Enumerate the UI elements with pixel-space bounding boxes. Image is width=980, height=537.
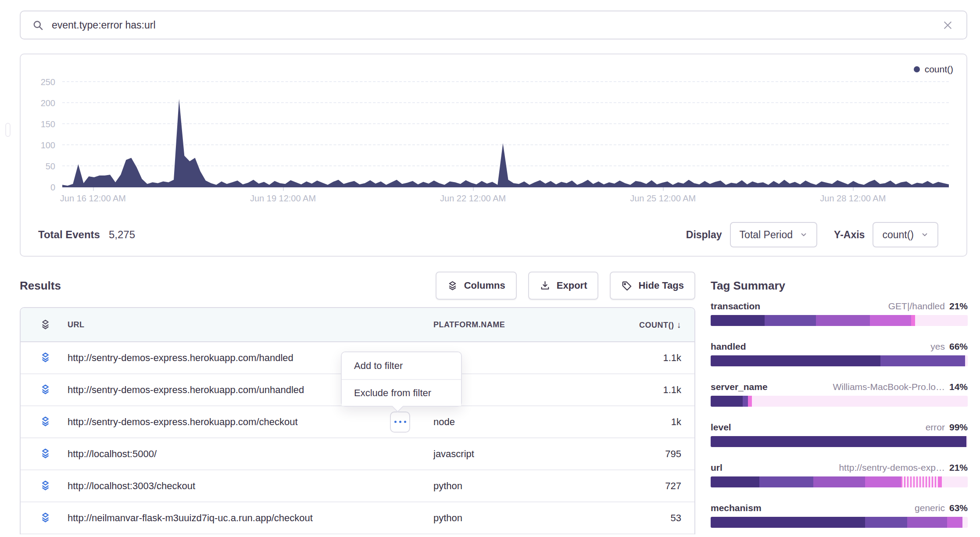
menu-item-exclude-from-filter[interactable]: Exclude from filter xyxy=(342,379,461,406)
discover-results-page: count() 050100150200250Jun 16 12:00 AMJu… xyxy=(0,0,980,537)
platform-cell[interactable]: python xyxy=(433,480,620,492)
chevron-down-icon xyxy=(921,231,929,239)
tag-distribution-bar[interactable] xyxy=(711,315,968,326)
tag-icon xyxy=(621,280,632,291)
yaxis-dropdown[interactable]: count() xyxy=(873,222,938,247)
cell-actions-button[interactable] xyxy=(390,412,410,433)
tag-key: server_name xyxy=(711,381,768,393)
export-button[interactable]: Export xyxy=(528,272,599,300)
tag-bar-segment xyxy=(865,476,901,487)
tag-bar-segment xyxy=(965,355,968,366)
search-input[interactable] xyxy=(52,19,941,31)
count-cell[interactable]: 1.1k xyxy=(620,352,681,364)
platform-cell[interactable]: node xyxy=(433,416,620,428)
tag-summary-panel: Tag Summary transactionGET|/handled21%ha… xyxy=(711,271,968,537)
columns-button-label: Columns xyxy=(464,280,505,291)
search-bar xyxy=(20,11,967,39)
tag-distribution-bar[interactable] xyxy=(711,396,968,407)
tag-bar-segment xyxy=(816,315,870,326)
y-axis-tick-label: 0 xyxy=(50,183,55,193)
display-dropdown-value: Total Period xyxy=(740,229,793,241)
close-icon xyxy=(942,20,953,31)
tag-top-value: http://sentry-demos-exp… xyxy=(839,462,945,474)
tag-bar-segment xyxy=(711,476,759,487)
tag-distribution-bar[interactable] xyxy=(711,476,968,487)
tag-key: url xyxy=(711,462,722,474)
tag-distribution-bar[interactable] xyxy=(711,517,968,528)
hide-tags-button-label: Hide Tags xyxy=(638,280,684,291)
chevron-down-icon xyxy=(800,231,808,239)
stack-icon xyxy=(39,319,51,331)
x-axis-tick-label: Jun 25 12:00 AM xyxy=(630,193,696,204)
export-button-label: Export xyxy=(557,280,587,291)
tag-bar-segment xyxy=(711,396,743,407)
url-cell[interactable]: http://sentry-demos-express.herokuapp.co… xyxy=(68,416,433,428)
hide-tags-button[interactable]: Hide Tags xyxy=(610,272,695,300)
count-cell[interactable]: 1k xyxy=(620,416,681,428)
x-axis-tick-label: Jun 22 12:00 AM xyxy=(440,193,506,204)
yaxis-dropdown-value: count() xyxy=(882,229,914,241)
column-header-platform[interactable]: PLATFORM.NAME xyxy=(433,320,620,329)
table-header-row: URL PLATFORM.NAME COUNT()↓ xyxy=(21,308,694,342)
x-axis-tickmark xyxy=(473,187,474,191)
tag-top-percent: 21% xyxy=(949,300,968,312)
tag-top-percent: 21% xyxy=(949,462,968,474)
x-axis-tickmark xyxy=(663,187,664,191)
tag-bar-segment xyxy=(880,355,965,366)
menu-item-add-to-filter[interactable]: Add to filter xyxy=(342,352,461,379)
tag-top-percent: 14% xyxy=(949,381,968,393)
tag-summary-item: transactionGET|/handled21% xyxy=(711,300,968,326)
tag-top-value: Williams-MacBook-Pro.lo… xyxy=(833,381,945,393)
tag-distribution-bar[interactable] xyxy=(711,436,968,447)
stack-icon xyxy=(39,448,51,460)
tag-bar-segment xyxy=(752,396,968,407)
tag-top-value: generic xyxy=(915,502,945,514)
results-heading: Results xyxy=(20,279,61,293)
chart-legend[interactable]: count() xyxy=(914,64,953,75)
column-header-url[interactable]: URL xyxy=(68,320,433,329)
platform-cell[interactable]: javascript xyxy=(433,448,620,460)
tag-bar-segment xyxy=(813,476,865,487)
count-cell[interactable]: 53 xyxy=(620,512,681,524)
url-cell[interactable]: http://localhost:5000/ xyxy=(68,448,433,460)
table-row: http://neilmanvar-flask-m3uuizd7iq-uc.a.… xyxy=(21,502,694,534)
tag-bar-segment xyxy=(911,315,915,326)
platform-cell[interactable]: python xyxy=(433,512,620,524)
chart-footer: Total Events 5,275 Display Total Period … xyxy=(21,214,966,256)
column-header-count[interactable]: COUNT()↓ xyxy=(620,320,681,330)
stack-icon xyxy=(39,352,51,364)
tag-bar-segment xyxy=(765,315,816,326)
x-axis-tick-label: Jun 16 12:00 AM xyxy=(60,193,126,204)
panel-collapse-handle[interactable] xyxy=(5,123,11,137)
count-cell[interactable]: 795 xyxy=(620,448,681,460)
columns-button[interactable]: Columns xyxy=(436,272,517,300)
tag-bar-segment xyxy=(711,315,765,326)
tag-bar-segment xyxy=(743,396,748,407)
tag-bar-segment xyxy=(966,436,968,447)
clear-search-button[interactable] xyxy=(941,18,955,32)
legend-dot xyxy=(914,66,920,72)
stack-icon xyxy=(39,480,51,492)
results-section: Results Columns Export xyxy=(20,271,695,534)
legend-label: count() xyxy=(925,64,953,75)
tag-summary-item: urlhttp://sentry-demos-exp…21% xyxy=(711,462,968,487)
tag-bar-segment xyxy=(942,476,968,487)
url-cell[interactable]: http://neilmanvar-flask-m3uuizd7iq-uc.a.… xyxy=(68,512,433,524)
tag-bar-segment xyxy=(907,517,947,528)
tag-summary-item: levelerror99% xyxy=(711,421,968,447)
count-cell[interactable]: 727 xyxy=(620,480,681,492)
tag-top-percent: 99% xyxy=(949,421,968,433)
count-cell[interactable]: 1.1k xyxy=(620,384,681,396)
tag-top-value: GET|/handled xyxy=(888,300,945,312)
total-events-label: Total Events xyxy=(38,229,100,241)
x-axis-tickmark xyxy=(283,187,284,191)
event-volume-chart: 050100150200250Jun 16 12:00 AMJun 19 12:… xyxy=(62,82,949,187)
tag-bar-segment xyxy=(748,396,752,407)
tag-summary-item: server_nameWilliams-MacBook-Pro.lo…14% xyxy=(711,381,968,407)
tag-key: handled xyxy=(711,340,746,353)
tag-distribution-bar[interactable] xyxy=(711,355,968,366)
display-dropdown[interactable]: Total Period xyxy=(730,222,817,247)
download-icon xyxy=(540,280,551,291)
url-cell[interactable]: http://localhost:3003/checkout xyxy=(68,480,433,492)
results-table: URL PLATFORM.NAME COUNT()↓ http://sentry… xyxy=(20,307,695,534)
